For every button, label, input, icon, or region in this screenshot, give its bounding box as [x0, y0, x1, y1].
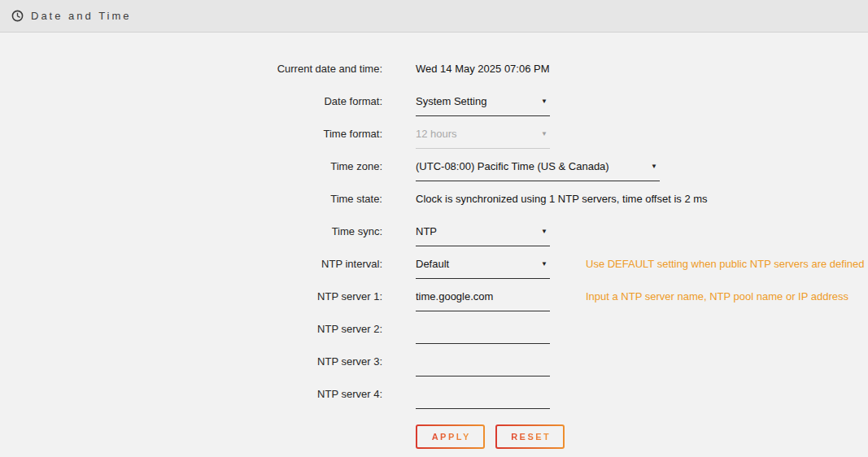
chevron-down-icon: ▼: [541, 128, 550, 141]
page-title: Date and Time: [31, 10, 132, 22]
select-value: Default: [416, 258, 449, 271]
form-row-ntp-interval: NTP interval: Default ▼ Use DEFAULT sett…: [0, 258, 868, 290]
field-label: NTP server 2:: [0, 323, 382, 336]
form-row-current-datetime: Current date and time: Wed 14 May 2025 0…: [0, 63, 868, 95]
ntp-interval-select[interactable]: Default ▼: [416, 258, 550, 279]
chevron-down-icon: ▼: [541, 95, 550, 108]
form-actions: APPLY RESET: [416, 424, 868, 449]
select-value: (UTC-08:00) Pacific Time (US & Canada): [416, 160, 609, 173]
form-row-time-format: Time format: 12 hours ▼: [0, 128, 868, 160]
reset-button-label: RESET: [509, 432, 552, 442]
time-state-value: Clock is synchronized using 1 NTP server…: [416, 193, 708, 206]
form-row-date-format: Date format: System Setting ▼: [0, 95, 868, 128]
time-sync-select[interactable]: NTP ▼: [416, 225, 550, 246]
ntp-server-2-input[interactable]: [416, 323, 550, 344]
reset-button[interactable]: RESET: [495, 424, 565, 449]
clock-icon: [11, 10, 24, 22]
field-label: NTP server 3:: [0, 355, 382, 368]
time-zone-select[interactable]: (UTC-08:00) Pacific Time (US & Canada) ▼: [416, 160, 660, 181]
ntp-server-3-input[interactable]: [416, 355, 550, 376]
datetime-form: Current date and time: Wed 14 May 2025 0…: [0, 33, 868, 449]
form-row-ntp-server-4: NTP server 4:: [0, 388, 868, 420]
form-row-time-state: Time state: Clock is synchronized using …: [0, 193, 868, 225]
field-label: Time zone:: [0, 160, 382, 173]
ntp-server-4-input[interactable]: [416, 388, 550, 409]
reset-button-face: RESET: [497, 426, 563, 447]
form-row-time-zone: Time zone: (UTC-08:00) Pacific Time (US …: [0, 160, 868, 193]
ntp-server-hint: Input a NTP server name, NTP pool name o…: [586, 290, 848, 303]
apply-button[interactable]: APPLY: [416, 424, 485, 449]
page-header: Date and Time: [0, 0, 868, 33]
field-label: Time state:: [0, 193, 382, 206]
field-label: NTP interval:: [0, 258, 382, 271]
field-label: NTP server 1:: [0, 290, 382, 303]
time-format-select: 12 hours ▼: [416, 128, 550, 149]
chevron-down-icon: ▼: [541, 258, 550, 271]
select-value: NTP: [416, 225, 437, 238]
field-label: NTP server 4:: [0, 388, 382, 401]
apply-button-label: APPLY: [430, 432, 471, 442]
field-label: Time format:: [0, 128, 382, 141]
form-row-ntp-server-1: NTP server 1: Input a NTP server name, N…: [0, 290, 868, 323]
chevron-down-icon: ▼: [651, 160, 660, 173]
field-label: Time sync:: [0, 225, 382, 238]
date-format-select[interactable]: System Setting ▼: [416, 95, 550, 116]
form-row-time-sync: Time sync: NTP ▼: [0, 225, 868, 258]
ntp-server-1-input[interactable]: [416, 290, 550, 311]
apply-button-face: APPLY: [417, 426, 483, 447]
field-label: Date format:: [0, 95, 382, 108]
chevron-down-icon: ▼: [541, 225, 550, 238]
ntp-interval-hint: Use DEFAULT setting when public NTP serv…: [586, 258, 865, 271]
current-datetime-value: Wed 14 May 2025 07:06 PM: [416, 63, 550, 76]
select-value: 12 hours: [416, 128, 457, 141]
select-value: System Setting: [416, 95, 486, 108]
form-row-ntp-server-2: NTP server 2:: [0, 323, 868, 355]
field-label: Current date and time:: [0, 63, 382, 76]
form-row-ntp-server-3: NTP server 3:: [0, 355, 868, 388]
